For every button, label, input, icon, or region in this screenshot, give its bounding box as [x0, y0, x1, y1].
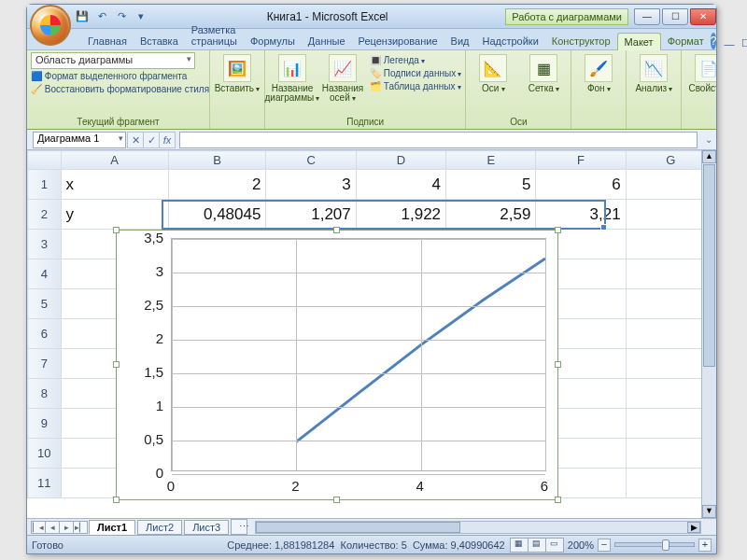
window-maximize-button[interactable]: ☐ [662, 8, 688, 25]
qat-customize-icon[interactable]: ▾ [133, 8, 149, 25]
embedded-chart[interactable]: 00,511,522,533,50246 [116, 230, 558, 500]
tab-design[interactable]: Конструктор [545, 33, 617, 49]
group-label [630, 126, 677, 129]
redo-icon[interactable]: ↷ [113, 8, 130, 25]
sheet-nav-prev[interactable]: ◂ [45, 521, 60, 534]
row-header[interactable]: 4 [28, 259, 62, 289]
cmd-insert[interactable]: 🖼️ Вставить [214, 52, 261, 94]
tab-formulas[interactable]: Формулы [244, 33, 302, 49]
worksheet-grid[interactable]: A B C D E F G 1x234562y0,480451,2071,922… [27, 150, 716, 518]
doc-restore-button[interactable]: ☐ [738, 37, 747, 49]
view-page-break-icon[interactable]: ▭ [545, 538, 564, 553]
cmd-gridlines[interactable]: ▦ Сетка [520, 52, 567, 94]
cell[interactable]: x [61, 170, 168, 200]
confirm-edit-icon[interactable]: ✓ [143, 132, 160, 148]
cmd-axis-titles[interactable]: 📈 Названия осей [319, 52, 366, 104]
col-header[interactable]: A [61, 151, 168, 170]
cmd-format-selection[interactable]: 🟦 Формат выделенного фрагмента [31, 70, 205, 82]
window-minimize-button[interactable]: — [634, 8, 660, 25]
office-button[interactable] [30, 5, 71, 46]
cmd-data-labels[interactable]: 🏷️ Подписи данных [370, 67, 461, 79]
cell[interactable]: 2,59 [446, 200, 536, 230]
row-header[interactable]: 6 [28, 319, 62, 349]
col-header[interactable]: B [168, 151, 266, 170]
sheet-tab[interactable]: Лист3 [184, 520, 229, 535]
row-header[interactable]: 5 [28, 289, 62, 319]
horizontal-scrollbar[interactable]: ◀ ▶ [255, 521, 701, 534]
tab-page-layout[interactable]: Разметка страницы [185, 21, 244, 49]
row-header[interactable]: 8 [28, 379, 62, 409]
sheet-tab-new[interactable]: ⋯ [231, 519, 247, 535]
cancel-edit-icon[interactable]: ✕ [127, 132, 144, 148]
cmd-background[interactable]: 🖌️ Фон [575, 52, 622, 94]
cell[interactable]: 3,21 [536, 200, 626, 230]
cell[interactable]: 1,922 [356, 200, 445, 230]
window-close-button[interactable]: ✕ [690, 8, 716, 25]
cell[interactable]: 2 [168, 170, 266, 200]
row-header[interactable]: 11 [28, 469, 62, 498]
col-header[interactable]: E [446, 151, 536, 170]
view-page-layout-icon[interactable]: ▤ [528, 538, 546, 553]
zoom-slider[interactable] [614, 542, 695, 547]
row-header[interactable]: 9 [28, 409, 62, 439]
zoom-in-button[interactable]: + [698, 539, 712, 552]
col-header[interactable]: F [536, 151, 626, 170]
cell[interactable]: 6 [536, 170, 626, 200]
cmd-properties[interactable]: 📄 Свойства [685, 52, 716, 93]
row-header[interactable]: 10 [28, 439, 62, 469]
doc-minimize-button[interactable]: — [720, 38, 738, 49]
cmd-data-table[interactable]: 🗂️ Таблица данных [370, 80, 461, 92]
scroll-right-icon[interactable]: ▶ [687, 522, 700, 533]
tab-layout[interactable]: Макет [617, 33, 661, 50]
help-icon[interactable]: ? [711, 33, 717, 49]
zoom-out-button[interactable]: − [598, 539, 611, 552]
scroll-down-icon[interactable]: ▼ [702, 505, 716, 518]
tab-format[interactable]: Формат [661, 33, 711, 49]
undo-icon[interactable]: ↶ [93, 8, 110, 25]
cell[interactable]: 0,48045 [168, 200, 266, 230]
chart-element-selector[interactable]: Область диаграммы [31, 52, 195, 69]
sheet-nav-first[interactable]: ▏◂ [31, 521, 46, 534]
chart-plot-area[interactable] [171, 238, 546, 471]
zoom-slider-knob[interactable] [662, 539, 669, 551]
fx-icon[interactable]: fx [159, 132, 176, 148]
cmd-chart-title[interactable]: 📊 Название диаграммы [269, 52, 316, 104]
cmd-legend[interactable]: 🔳 Легенда [370, 54, 461, 66]
sheet-nav-last[interactable]: ▸▏ [73, 521, 88, 534]
sheet-nav-next[interactable]: ▸ [59, 521, 74, 534]
cell[interactable]: 3 [266, 170, 356, 200]
cell[interactable]: 5 [446, 170, 536, 200]
tab-view[interactable]: Вид [444, 33, 476, 49]
group-current-selection: Область диаграммы 🟦 Формат выделенного ф… [27, 50, 210, 129]
tab-insert[interactable]: Вставка [134, 33, 185, 49]
row-header[interactable]: 2 [28, 200, 62, 230]
cmd-axes[interactable]: 📐 Оси [470, 52, 516, 94]
scroll-up-icon[interactable]: ▲ [702, 150, 716, 163]
select-all-corner[interactable] [28, 151, 62, 170]
cmd-analysis[interactable]: 📉 Анализ [630, 52, 677, 94]
save-icon[interactable]: 💾 [74, 8, 91, 25]
col-header[interactable]: D [356, 151, 445, 170]
formula-input[interactable] [179, 132, 698, 148]
scroll-thumb[interactable] [256, 522, 460, 533]
sheet-tab[interactable]: Лист1 [89, 520, 135, 535]
col-header[interactable]: C [266, 151, 356, 170]
cell[interactable]: 4 [356, 170, 445, 200]
name-box[interactable]: Диаграмма 1 [33, 132, 126, 148]
view-normal-icon[interactable]: ▦ [510, 538, 529, 553]
row-header[interactable]: 1 [28, 170, 62, 200]
row-header[interactable]: 3 [28, 230, 62, 259]
tab-review[interactable]: Рецензирование [352, 33, 444, 49]
expand-formula-bar-icon[interactable]: ⌄ [701, 134, 716, 145]
zoom-level[interactable]: 200% [568, 539, 594, 551]
scroll-thumb[interactable] [703, 164, 715, 367]
row-header[interactable]: 7 [28, 349, 62, 379]
tab-data[interactable]: Данные [302, 33, 352, 49]
tab-addins[interactable]: Надстройки [475, 33, 544, 49]
tab-home[interactable]: Главная [81, 33, 134, 49]
cell[interactable]: y [61, 200, 168, 230]
cell[interactable]: 1,207 [266, 200, 356, 230]
sheet-tab[interactable]: Лист2 [137, 520, 182, 535]
cmd-reset-style[interactable]: 🧹 Восстановить форматирование стиля [31, 83, 205, 95]
vertical-scrollbar[interactable]: ▲ ▼ [701, 150, 716, 518]
